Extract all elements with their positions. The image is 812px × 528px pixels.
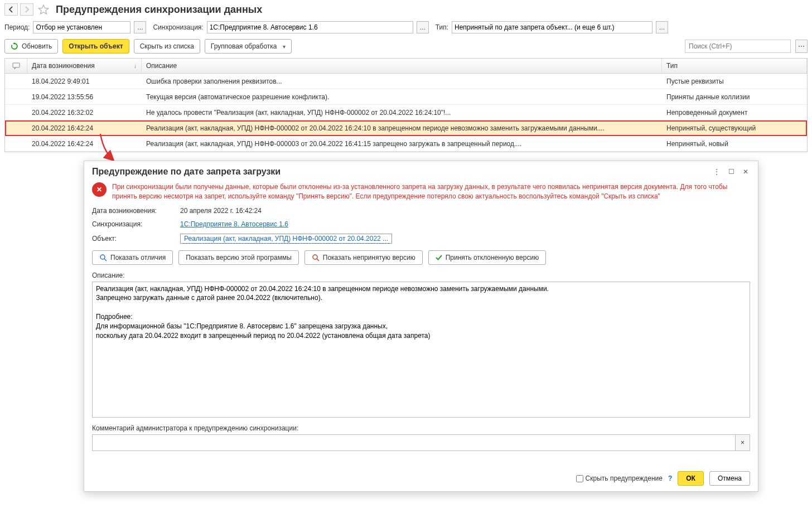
column-date-label: Дата возникновения [32, 62, 95, 70]
svg-point-1 [801, 46, 802, 47]
dialog-more-button[interactable]: ⋮ [712, 167, 721, 176]
favorite-star-icon[interactable] [38, 4, 49, 15]
row-date-cell: 20.04.2022 16:42:24 [27, 140, 142, 148]
refresh-icon [11, 42, 18, 50]
warning-dialog: Предупреждение по дате запрета загрузки … [84, 161, 758, 492]
warning-text: При синхронизации были получены данные, … [112, 182, 750, 201]
accept-rejected-label: Принять отклоненную версию [446, 254, 539, 261]
hide-warning-checkbox[interactable] [576, 475, 583, 482]
type-input[interactable] [452, 21, 652, 33]
group-processing-label: Групповая обработка [211, 42, 277, 50]
type-more-button[interactable]: … [656, 21, 668, 33]
sync-input[interactable] [207, 21, 413, 33]
error-icon: ✕ [92, 182, 107, 197]
svg-point-6 [313, 255, 317, 259]
desc-label: Описание: [92, 272, 750, 279]
row-date-cell: 18.04.2022 9:49:01 [27, 77, 142, 85]
open-object-button[interactable]: Открыть объект [62, 39, 129, 54]
row-date-cell: 20.04.2022 16:42:24 [27, 124, 142, 132]
row-desc-cell: Ошибка проверки заполнения реквизитов... [142, 77, 662, 85]
dialog-date-value: 20 апреля 2022 г. 16:42:24 [180, 207, 262, 215]
row-date-cell: 19.04.2022 13:55:56 [27, 93, 142, 101]
svg-rect-3 [13, 63, 20, 67]
dialog-sync-label: Синхронизация: [92, 220, 176, 228]
column-desc-label: Описание [146, 62, 177, 70]
column-type[interactable]: Тип [662, 59, 807, 73]
chat-icon [12, 62, 20, 70]
hide-from-list-label: Скрыть из списка [140, 42, 194, 50]
period-label: Период: [4, 23, 30, 31]
sort-arrow-icon: ↓ [134, 63, 137, 69]
refresh-label: Обновить [22, 42, 52, 50]
row-type-cell: Пустые реквизиты [662, 77, 807, 85]
column-icon[interactable] [5, 59, 27, 73]
admin-comment-clear-button[interactable]: × [736, 434, 750, 451]
show-rejected-label: Показать непринятую версию [323, 254, 415, 261]
column-date[interactable]: Дата возникновения ↓ [27, 59, 142, 73]
search-more-button[interactable] [795, 40, 808, 53]
help-icon[interactable]: ? [668, 474, 672, 482]
dialog-maximize-button[interactable]: ☐ [727, 167, 736, 176]
warnings-table: Дата возникновения ↓ Описание Тип 18.04.… [4, 58, 808, 152]
admin-comment-input[interactable] [92, 434, 736, 451]
type-label: Тип: [436, 23, 448, 31]
column-type-label: Тип [666, 62, 678, 70]
row-desc-cell: Реализация (акт, накладная, УПД) НФНФ-00… [142, 140, 662, 148]
table-row[interactable]: 19.04.2022 13:55:56Текущая версия (автом… [5, 89, 807, 105]
row-type-cell: Непроведенный документ [662, 109, 807, 117]
show-rejected-button[interactable]: Показать непринятую версию [304, 250, 423, 265]
hide-warning-label: Скрыть предупреждение [586, 474, 663, 482]
magnifier-icon [99, 254, 107, 261]
table-row[interactable]: 20.04.2022 16:42:24Реализация (акт, накл… [5, 120, 807, 136]
check-icon [436, 254, 442, 261]
table-row[interactable]: 20.04.2022 16:42:24Реализация (акт, накл… [5, 136, 807, 152]
row-type-cell: Непринятый, существующий [662, 124, 807, 132]
svg-point-2 [803, 46, 804, 47]
svg-point-4 [100, 255, 105, 259]
cancel-button[interactable]: Отмена [709, 471, 750, 486]
row-desc-cell: Не удалось провести "Реализация (акт, на… [142, 109, 662, 117]
nav-back-button[interactable] [4, 3, 18, 16]
row-desc-cell: Текущая версия (автоматическое разрешени… [142, 93, 662, 101]
svg-point-0 [799, 46, 800, 47]
nav-forward-button[interactable] [20, 3, 33, 16]
show-diff-button[interactable]: Показать отличия [92, 250, 173, 265]
hide-from-list-button[interactable]: Скрыть из списка [134, 39, 200, 54]
group-processing-button[interactable]: Групповая обработка [205, 39, 292, 54]
svg-line-5 [104, 259, 107, 261]
dialog-object-link[interactable]: Реализация (акт, накладная, УПД) НФНФ-00… [183, 234, 389, 244]
svg-line-7 [317, 259, 319, 261]
column-desc[interactable]: Описание [142, 59, 662, 73]
row-desc-cell: Реализация (акт, накладная, УПД) НФНФ-00… [142, 124, 662, 132]
search-input[interactable] [685, 40, 791, 53]
row-type-cell: Приняты данные коллизии [662, 93, 807, 101]
dialog-sync-link[interactable]: 1С:Предприятие 8. Автосервис 1.6 [180, 220, 288, 228]
period-more-button[interactable]: … [134, 21, 146, 33]
period-input[interactable] [33, 21, 130, 33]
dialog-date-label: Дата возникновения: [92, 207, 176, 215]
row-date-cell: 20.04.2022 16:32:02 [27, 109, 142, 117]
show-this-version-label: Показать версию этой программы [186, 254, 292, 261]
show-diff-label: Показать отличия [110, 254, 166, 261]
magnifier-red-icon [312, 254, 320, 261]
desc-textarea[interactable] [92, 282, 750, 418]
refresh-button[interactable]: Обновить [4, 39, 58, 54]
accept-rejected-button[interactable]: Принять отклоненную версию [428, 250, 547, 265]
hide-warning-checkbox-wrap[interactable]: Скрыть предупреждение [576, 474, 663, 482]
admin-comment-label: Комментарий администратора к предупрежде… [92, 424, 750, 432]
sync-more-button[interactable]: … [417, 21, 429, 33]
table-row[interactable]: 20.04.2022 16:32:02Не удалось провести "… [5, 105, 807, 120]
table-row[interactable]: 18.04.2022 9:49:01Ошибка проверки заполн… [5, 74, 807, 89]
row-type-cell: Непринятый, новый [662, 140, 807, 148]
dialog-title: Предупреждение по дате запрета загрузки [92, 167, 281, 177]
sync-label: Синхронизация: [153, 23, 203, 31]
dialog-object-label: Объект: [92, 235, 176, 243]
page-title: Предупреждения синхронизации данных [56, 4, 262, 16]
ok-button[interactable]: ОК [678, 471, 704, 486]
dialog-close-button[interactable]: ✕ [741, 167, 750, 176]
open-object-label: Открыть объект [69, 42, 123, 50]
show-this-version-button[interactable]: Показать версию этой программы [178, 250, 299, 265]
